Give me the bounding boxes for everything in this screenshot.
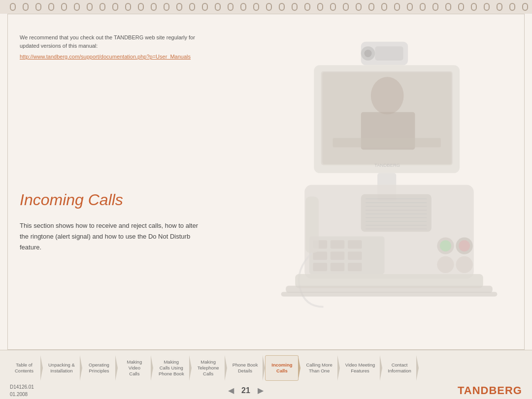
- spiral-ring: [343, 3, 349, 11]
- spiral-ring: [61, 3, 67, 11]
- main-content: TANDBERG: [0, 14, 532, 350]
- nav-tab-making-video-calls[interactable]: MakingVideoCalls: [118, 355, 151, 381]
- spiral-ring: [228, 3, 233, 11]
- next-page-arrow[interactable]: ▶: [258, 386, 264, 395]
- nav-tab-phone-book-details[interactable]: Phone BookDetails: [227, 355, 264, 381]
- doc-date-text: 01.2008: [10, 392, 28, 397]
- recommendation-text: We recommend that you check out the TAND…: [20, 33, 207, 50]
- spiral-ring: [189, 3, 195, 11]
- prev-page-arrow[interactable]: ◀: [228, 386, 234, 395]
- svg-point-2: [364, 49, 371, 57]
- spiral-ring: [522, 3, 528, 11]
- page-nav: ◀ 21 ▶: [228, 386, 264, 395]
- spiral-ring: [266, 3, 272, 11]
- page-title: Incoming Calls: [20, 191, 123, 209]
- nav-tabs: Table ofContentsUnpacking &InstallationO…: [0, 350, 532, 382]
- bottom-nav: Table ofContentsUnpacking &InstallationO…: [0, 350, 532, 399]
- page-number: 21: [241, 386, 250, 395]
- spiral-ring: [48, 3, 54, 11]
- spiral-ring: [87, 3, 93, 11]
- svg-rect-3: [375, 46, 403, 61]
- svg-rect-25: [331, 240, 345, 248]
- device-image: TANDBERG: [246, 14, 532, 350]
- spiral-ring: [458, 3, 464, 11]
- svg-rect-29: [348, 251, 362, 260]
- svg-point-36: [456, 256, 472, 273]
- nav-tab-incoming-calls[interactable]: IncomingCalls: [265, 355, 299, 381]
- spiral-ring: [432, 3, 438, 11]
- svg-rect-32: [348, 263, 362, 271]
- spiral-ring: [279, 3, 285, 11]
- section-description-text: This section shows how to receive and re…: [20, 220, 207, 253]
- nav-tab-making-telephone-calls[interactable]: MakingTelephoneCalls: [192, 355, 225, 381]
- doc-number-text: D14126.01: [10, 384, 34, 390]
- spiral-ring: [304, 3, 310, 11]
- brand-logo: TANDBERG: [458, 384, 522, 397]
- nav-tab-video-meeting-features[interactable]: Video MeetingFeatures: [340, 355, 381, 381]
- spiral-ring: [381, 3, 387, 11]
- spiral-ring: [253, 3, 259, 11]
- svg-rect-27: [313, 251, 327, 260]
- nav-tab-operating-principles[interactable]: OperatingPrinciples: [82, 355, 116, 381]
- spiral-ring: [100, 3, 105, 11]
- spiral-ring: [509, 3, 515, 11]
- spiral-ring: [368, 3, 374, 11]
- svg-point-37: [440, 240, 451, 251]
- spiral-ring: [445, 3, 451, 11]
- spiral-ring: [215, 3, 221, 11]
- spiral-ring: [240, 3, 246, 11]
- svg-rect-9: [333, 138, 441, 147]
- text-content: We recommend that you check out the TAND…: [20, 33, 207, 61]
- svg-rect-26: [348, 240, 362, 248]
- spiral-ring: [112, 3, 118, 11]
- spiral-ring: [176, 3, 182, 11]
- svg-point-7: [371, 77, 404, 114]
- tandberg-device-svg: TANDBERG: [261, 39, 517, 344]
- svg-rect-41: [286, 285, 493, 292]
- svg-rect-13: [361, 194, 432, 231]
- nav-tab-table-of-contents[interactable]: Table ofContents: [7, 355, 41, 381]
- spiral-ring: [164, 3, 169, 11]
- svg-text:TANDBERG: TANDBERG: [374, 162, 400, 168]
- spiral-ring: [471, 3, 477, 11]
- spiral-ring: [356, 3, 362, 11]
- nav-tab-contact-information[interactable]: ContactInformation: [382, 355, 417, 381]
- svg-rect-31: [331, 263, 345, 271]
- spiral-ring: [292, 3, 298, 11]
- doc-number: D14126.01 01.2008: [10, 383, 34, 398]
- svg-rect-42: [281, 292, 498, 297]
- nav-tab-making-calls-phone-book[interactable]: MakingCalls UsingPhone Book: [153, 355, 190, 381]
- spiral-ring: [202, 3, 208, 11]
- spiral-ring: [74, 3, 80, 11]
- svg-rect-28: [331, 251, 345, 260]
- spiral-ring: [330, 3, 336, 11]
- spiral-ring: [151, 3, 157, 11]
- spiral-ring: [497, 3, 502, 11]
- spiral-ring: [484, 3, 490, 11]
- svg-rect-39: [305, 196, 319, 252]
- spiral-ring: [394, 3, 400, 11]
- nav-tab-unpacking-installation[interactable]: Unpacking &Installation: [43, 355, 80, 381]
- spiral-ring: [407, 3, 413, 11]
- spiral-ring: [420, 3, 426, 11]
- spiral-ring: [23, 3, 29, 11]
- spiral-binding: [0, 0, 532, 14]
- spiral-ring: [10, 3, 16, 11]
- spiral-ring: [125, 3, 131, 11]
- section-description: This section shows how to receive and re…: [20, 220, 207, 253]
- bottom-bar: D14126.01 01.2008 ◀ 21 ▶ TANDBERG: [0, 382, 532, 399]
- spiral-ring: [138, 3, 144, 11]
- svg-point-35: [437, 256, 454, 273]
- manual-link[interactable]: http://www.tandberg.com/support/document…: [20, 53, 207, 61]
- spiral-ring: [317, 3, 323, 11]
- section-title: Incoming Calls: [20, 191, 123, 209]
- nav-tab-calling-more-than-one[interactable]: Calling MoreThan One: [300, 355, 337, 381]
- spiral-ring: [35, 3, 41, 11]
- svg-rect-30: [313, 263, 327, 271]
- svg-point-38: [459, 240, 470, 251]
